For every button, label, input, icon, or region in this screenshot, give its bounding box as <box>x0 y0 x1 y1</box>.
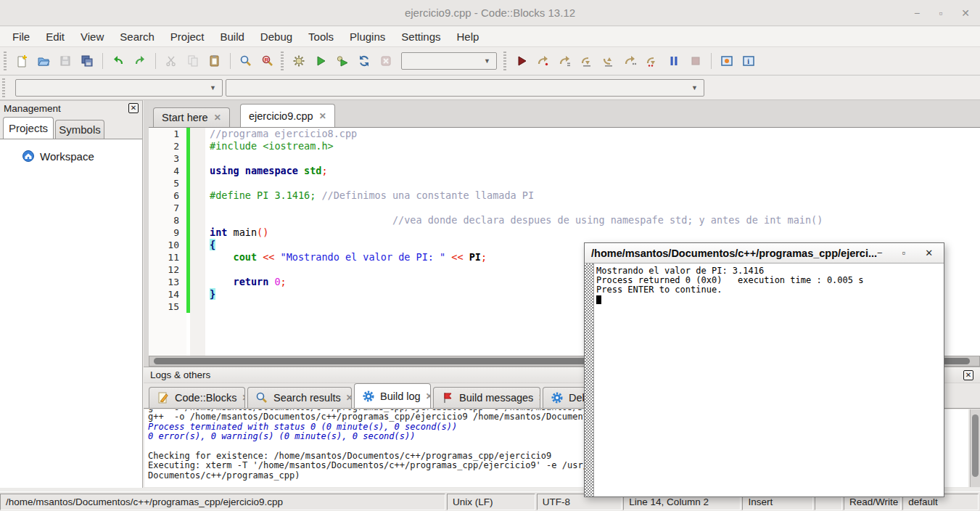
step-out-button[interactable] <box>598 51 619 71</box>
line-number[interactable]: 9 <box>149 226 186 239</box>
copy-button[interactable] <box>183 51 203 71</box>
line-number[interactable]: 1 <box>149 128 186 140</box>
line-number[interactable]: 3 <box>149 152 186 165</box>
undo-button[interactable] <box>108 51 128 71</box>
close-icon[interactable]: ✕ <box>319 111 326 121</box>
fold-margin[interactable] <box>190 128 205 140</box>
build-target-combobox[interactable]: ▼ <box>401 52 497 70</box>
line-number[interactable]: 8 <box>149 214 186 226</box>
tab-build-log[interactable]: Build log✕ <box>354 383 431 408</box>
line-number[interactable]: 13 <box>149 276 186 288</box>
line-number[interactable]: 7 <box>149 202 186 214</box>
rebuild-button[interactable] <box>354 51 374 71</box>
close-icon[interactable]: ✕ <box>426 391 431 401</box>
tab-start-here[interactable]: Start here✕ <box>153 107 230 127</box>
projects-tree[interactable]: Workspace <box>0 139 142 488</box>
line-number[interactable]: 6 <box>149 189 186 202</box>
tab-code-blocks[interactable]: Code::Blocks✕ <box>149 387 245 408</box>
console-title-bar[interactable]: /home/msantos/Documentos/c++/programas_c… <box>585 243 944 263</box>
stop-debugger-button[interactable] <box>685 51 706 71</box>
chevron-down-icon[interactable]: ▼ <box>691 84 698 91</box>
menu-item-settings[interactable]: Settings <box>393 27 448 47</box>
menu-item-help[interactable]: Help <box>449 27 487 47</box>
title-bar[interactable]: ejercicio9.cpp - Code::Blocks 13.12 −▫✕ <box>0 0 980 26</box>
fold-margin[interactable] <box>190 301 205 313</box>
debug-continue-button[interactable] <box>511 51 532 71</box>
fold-margin[interactable] <box>190 226 205 239</box>
save-all-button[interactable] <box>77 51 97 71</box>
new-file-button[interactable] <box>12 51 32 71</box>
close-icon[interactable]: ✕ <box>346 393 352 403</box>
fold-margin[interactable] <box>190 189 205 202</box>
incremental-search-combobox[interactable]: ▼ <box>15 79 223 97</box>
close-panel-icon[interactable]: ✕ <box>963 370 973 380</box>
open-file-button[interactable] <box>33 51 54 71</box>
line-number[interactable]: 11 <box>149 251 186 263</box>
close-panel-icon[interactable]: ✕ <box>128 103 139 113</box>
maximize-button[interactable]: ▫ <box>939 7 942 19</box>
fold-margin[interactable] <box>190 239 205 251</box>
debugging-windows-button[interactable] <box>717 51 737 71</box>
console-scrollbar[interactable] <box>585 263 594 496</box>
fold-margin[interactable] <box>190 263 205 276</box>
menu-item-build[interactable]: Build <box>213 27 252 47</box>
tab-projects[interactable]: Projects <box>3 117 54 139</box>
line-number[interactable]: 4 <box>149 165 186 177</box>
logs-vertical-scrollbar[interactable] <box>970 409 980 487</box>
fold-margin[interactable] <box>190 251 205 263</box>
minimize-button[interactable]: − <box>877 248 883 258</box>
cut-button[interactable] <box>161 51 181 71</box>
menu-item-search[interactable]: Search <box>112 27 162 47</box>
line-number[interactable]: 14 <box>149 288 186 301</box>
fold-margin[interactable] <box>190 165 205 177</box>
step-into-instruction-button[interactable] <box>642 51 662 71</box>
minimize-button[interactable]: − <box>914 7 920 19</box>
tab-build-messages[interactable]: Build messages✕ <box>433 387 540 408</box>
tab-symbols[interactable]: Symbols <box>55 120 104 139</box>
redo-button[interactable] <box>130 51 150 71</box>
close-button[interactable]: ✕ <box>961 7 970 19</box>
build-and-run-button[interactable] <box>332 51 353 71</box>
chevron-down-icon[interactable]: ▼ <box>484 57 490 65</box>
line-number[interactable]: 12 <box>149 263 186 276</box>
code-completion-combobox[interactable]: ▼ <box>226 79 704 97</box>
toolbar-grip[interactable] <box>4 52 7 70</box>
step-into-button[interactable] <box>577 51 597 71</box>
build-button[interactable] <box>289 51 309 71</box>
menu-item-plugins[interactable]: Plugins <box>342 27 393 47</box>
run-to-cursor-button[interactable] <box>533 51 553 71</box>
close-button[interactable]: ✕ <box>925 248 933 258</box>
close-icon[interactable]: ✕ <box>242 393 245 403</box>
line-number[interactable]: 15 <box>149 301 186 313</box>
find-button[interactable] <box>236 51 256 71</box>
tree-item-workspace[interactable]: Workspace <box>0 139 142 163</box>
tab-search-results[interactable]: Search results✕ <box>247 387 352 408</box>
fold-margin[interactable] <box>190 140 205 152</box>
break-debugger-button[interactable] <box>664 51 684 71</box>
paste-button[interactable] <box>205 51 225 71</box>
menu-item-file[interactable]: File <box>4 27 38 47</box>
fold-margin[interactable] <box>190 202 205 214</box>
fold-margin[interactable] <box>190 177 205 189</box>
fold-margin[interactable] <box>190 214 205 226</box>
line-number[interactable]: 2 <box>149 140 186 152</box>
close-icon[interactable]: ✕ <box>538 393 540 403</box>
next-line-button[interactable] <box>555 51 575 71</box>
menu-item-project[interactable]: Project <box>162 27 213 47</box>
scrollbar-thumb[interactable] <box>972 414 979 477</box>
run-button[interactable] <box>310 51 331 71</box>
toolbar-grip[interactable] <box>281 52 284 70</box>
line-number[interactable]: 10 <box>149 239 186 251</box>
toolbar-grip[interactable] <box>503 52 506 70</box>
menu-item-debug[interactable]: Debug <box>252 27 300 47</box>
next-instruction-button[interactable] <box>620 51 641 71</box>
menu-item-edit[interactable]: Edit <box>38 27 73 47</box>
menu-item-tools[interactable]: Tools <box>300 27 342 47</box>
chevron-down-icon[interactable]: ▼ <box>210 84 216 91</box>
toolbar-grip[interactable] <box>2 78 5 97</box>
various-info-button[interactable]: i <box>738 51 759 71</box>
tab-ejercicio9-cpp[interactable]: ejercicio9.cpp✕ <box>240 104 335 127</box>
fold-margin[interactable] <box>190 288 205 301</box>
menu-item-view[interactable]: View <box>73 27 112 47</box>
close-icon[interactable]: ✕ <box>214 113 221 123</box>
